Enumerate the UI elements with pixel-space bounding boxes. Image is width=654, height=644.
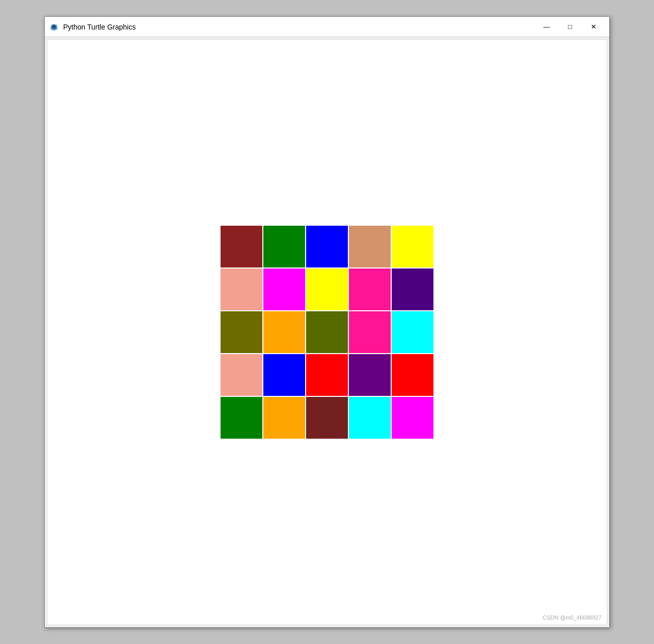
color-cell-1-0 bbox=[221, 269, 262, 310]
color-cell-3-4 bbox=[392, 354, 433, 396]
color-cell-3-0 bbox=[221, 354, 262, 396]
color-cell-3-1 bbox=[263, 354, 305, 396]
color-cell-4-3 bbox=[349, 397, 391, 439]
color-cell-0-4 bbox=[392, 226, 433, 267]
close-button[interactable]: ✕ bbox=[582, 19, 605, 35]
color-cell-0-2 bbox=[306, 226, 348, 267]
window-controls: — □ ✕ bbox=[535, 19, 605, 35]
color-grid bbox=[221, 226, 433, 439]
watermark: CSDN @m0_46688827 bbox=[542, 614, 602, 621]
color-cell-1-2 bbox=[306, 269, 348, 310]
color-cell-3-2 bbox=[306, 354, 348, 396]
color-cell-0-3 bbox=[349, 226, 391, 267]
color-cell-1-3 bbox=[349, 269, 391, 310]
color-cell-2-4 bbox=[392, 311, 433, 353]
color-cell-4-4 bbox=[392, 397, 433, 439]
color-cell-2-0 bbox=[221, 311, 262, 353]
color-cell-2-2 bbox=[306, 311, 348, 353]
color-cell-2-1 bbox=[263, 311, 305, 353]
maximize-button[interactable]: □ bbox=[558, 19, 582, 35]
app-window: Python Turtle Graphics — □ ✕ CSDN @m0_46… bbox=[44, 16, 610, 628]
color-cell-0-0 bbox=[221, 226, 262, 267]
window-title: Python Turtle Graphics bbox=[63, 23, 535, 31]
color-cell-3-3 bbox=[349, 354, 391, 396]
color-cell-0-1 bbox=[263, 226, 305, 267]
color-cell-2-3 bbox=[349, 311, 391, 353]
color-cell-4-2 bbox=[306, 397, 348, 439]
color-cell-1-4 bbox=[392, 269, 433, 310]
color-cell-4-0 bbox=[221, 397, 262, 439]
title-bar: Python Turtle Graphics — □ ✕ bbox=[45, 17, 609, 37]
color-cell-4-1 bbox=[263, 397, 305, 439]
app-icon bbox=[49, 22, 59, 32]
color-cell-1-1 bbox=[263, 269, 305, 310]
svg-point-2 bbox=[53, 25, 55, 28]
canvas-area: CSDN @m0_46688827 bbox=[47, 39, 607, 625]
minimize-button[interactable]: — bbox=[535, 19, 558, 35]
